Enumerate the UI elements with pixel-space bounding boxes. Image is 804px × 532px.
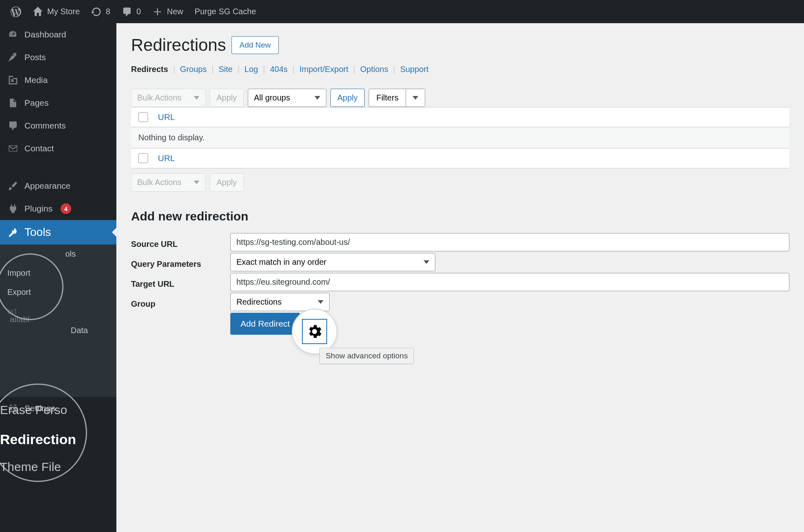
submenu-sitehealth[interactable]: ort (0, 302, 116, 321)
redirects-table: URL Nothing to display. URL (131, 107, 789, 168)
submenu-available-tools[interactable]: ols (0, 244, 116, 264)
new-content-link[interactable]: New (146, 0, 189, 23)
bulk-actions-select-bottom[interactable]: Bulk Actions (131, 173, 205, 192)
wp-logo[interactable] (5, 0, 27, 23)
menu-posts[interactable]: Posts (0, 46, 116, 69)
purge-cache-link[interactable]: Purge SG Cache (189, 0, 262, 23)
menu-media[interactable]: Media (0, 69, 116, 92)
url-column-footer[interactable]: URL (158, 153, 175, 163)
group-filter-label: All groups (254, 93, 290, 102)
submenu-export[interactable]: Export (0, 283, 116, 302)
plugins-badge: 4 (61, 203, 71, 214)
bulk-apply-button-bottom[interactable]: Apply (210, 173, 244, 192)
subnav-options[interactable]: Options (360, 65, 388, 74)
menu-settings[interactable]: Settings (0, 397, 116, 420)
advanced-tooltip: Show advanced options (319, 348, 414, 364)
menu-appearance-label: Appearance (24, 181, 70, 191)
comments-link[interactable]: 0 (116, 0, 146, 23)
pin-icon (7, 52, 19, 63)
comment-icon (7, 120, 19, 131)
query-params-select[interactable]: Exact match in any order (230, 253, 435, 271)
filters-label: Filters (369, 89, 406, 107)
admin-sidebar: Dashboard Posts Media Pages Comments Con… (0, 23, 116, 532)
envelope-icon (7, 143, 19, 154)
chevron-down-icon (315, 96, 320, 100)
menu-appearance[interactable]: Appearance (0, 174, 116, 197)
menu-comments[interactable]: Comments (0, 114, 116, 137)
overlay-redirection: Redirection (0, 432, 76, 447)
chevron-down-icon (413, 96, 418, 100)
select-all-checkbox[interactable] (138, 112, 148, 122)
comments-count: 0 (136, 7, 141, 16)
wordpress-icon (11, 7, 21, 17)
submenu-erase-data[interactable] (0, 340, 116, 350)
site-name-link[interactable]: My Store (27, 0, 85, 23)
brush-icon (7, 180, 19, 192)
home-icon (33, 7, 43, 17)
purge-label: Purge SG Cache (194, 7, 256, 16)
menu-plugins[interactable]: Plugins 4 (0, 197, 116, 220)
menu-dashboard[interactable]: Dashboard (0, 23, 116, 46)
bulk-actions-label-bottom: Bulk Actions (137, 178, 181, 187)
query-params-value: Exact match in any order (236, 257, 326, 267)
menu-posts-label: Posts (24, 52, 46, 62)
subnav-redirects[interactable]: Redirects (131, 65, 168, 74)
group-filter-select[interactable]: All groups (248, 89, 326, 107)
menu-pages[interactable]: Pages (0, 92, 116, 114)
page-title: Redirections (131, 35, 226, 55)
overlay-themefile: Theme File (0, 460, 61, 474)
main-content: Redirections Add New Redirects| Groups| … (116, 23, 804, 532)
add-redirect-button[interactable]: Add Redirect (230, 313, 300, 335)
wrench-icon (7, 227, 19, 238)
chevron-down-icon (424, 260, 429, 264)
site-name-label: My Store (47, 7, 80, 16)
menu-plugins-label: Plugins (24, 204, 52, 214)
group-value: Redirections (236, 297, 282, 307)
chevron-down-icon (194, 96, 199, 100)
menu-tools[interactable]: Tools (0, 220, 116, 244)
submenu-tools: ols Import Export ort Data (0, 244, 116, 397)
subnav-import-export[interactable]: Import/Export (299, 65, 348, 74)
menu-media-label: Media (24, 75, 48, 85)
table-empty-message: Nothing to display. (131, 127, 789, 148)
page-icon (7, 97, 19, 109)
bulk-actions-select[interactable]: Bulk Actions (131, 89, 205, 107)
subnav-404s[interactable]: 404s (270, 65, 287, 74)
menu-contact[interactable]: Contact (0, 137, 116, 160)
advanced-options-button[interactable] (302, 319, 327, 344)
updates-count: 8 (106, 7, 110, 16)
admin-bar: My Store 8 0 New Purge SG Cache (0, 0, 804, 23)
updates-link[interactable]: 8 (85, 0, 116, 23)
add-redirection-heading: Add new redirection (131, 209, 789, 223)
bulk-apply-button[interactable]: Apply (210, 89, 244, 107)
filters-dropdown[interactable]: Filters (369, 89, 425, 107)
subnav: Redirects| Groups| Site| Log| 404s| Impo… (131, 65, 789, 74)
filter-apply-button[interactable]: Apply (330, 89, 365, 107)
comment-icon (122, 7, 132, 17)
subnav-log[interactable]: Log (245, 65, 258, 74)
dashboard-icon (7, 29, 19, 40)
target-url-label: Target URL (131, 275, 230, 289)
chevron-down-icon (194, 181, 199, 184)
menu-pages-label: Pages (24, 98, 49, 108)
subnav-groups[interactable]: Groups (180, 65, 207, 74)
new-label: New (167, 7, 183, 16)
source-url-input[interactable] (230, 233, 789, 251)
subnav-site[interactable]: Site (218, 65, 232, 74)
submenu-redirection[interactable] (0, 350, 116, 368)
chevron-down-icon (318, 300, 323, 304)
subnav-support[interactable]: Support (400, 65, 428, 74)
group-label: Group (131, 295, 230, 309)
add-new-button[interactable]: Add New (232, 36, 278, 54)
plug-icon (7, 203, 19, 214)
submenu-themefile[interactable] (0, 368, 116, 397)
submenu-import[interactable]: Import (0, 264, 116, 283)
submenu-export-data[interactable]: Data (0, 321, 116, 340)
select-all-checkbox-footer[interactable] (138, 153, 148, 163)
url-column-header[interactable]: URL (158, 112, 175, 122)
target-url-input[interactable] (230, 273, 789, 291)
updates-icon (91, 7, 102, 17)
gear-icon (306, 323, 323, 340)
settings-icon (7, 403, 19, 414)
menu-dashboard-label: Dashboard (24, 30, 66, 39)
